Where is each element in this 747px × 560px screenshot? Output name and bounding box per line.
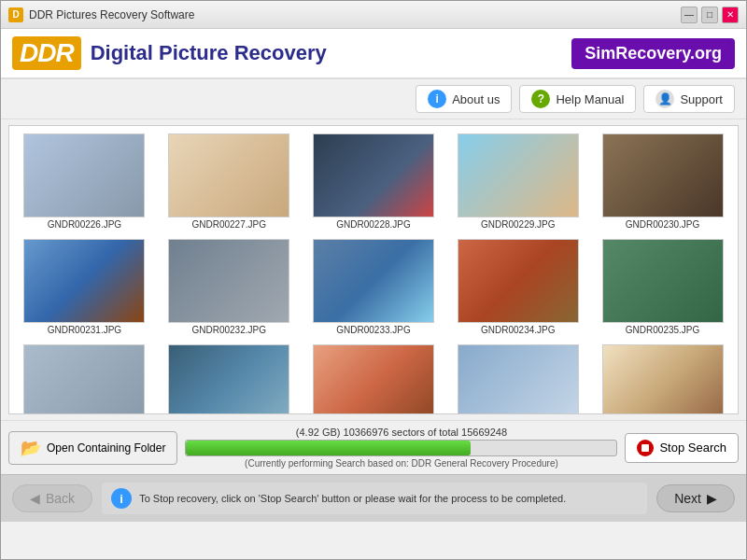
back-button[interactable]: ◀ Back <box>12 484 92 512</box>
about-us-button[interactable]: i About us <box>416 85 512 113</box>
folder-icon: 📂 <box>21 438 41 458</box>
image-thumbnail <box>458 133 579 217</box>
nav-bar: i About us ? Help Manual 👤 Support <box>1 79 746 119</box>
progress-text: (4.92 GB) 10366976 sectors of total 1566… <box>296 427 507 438</box>
next-label: Next <box>674 491 701 506</box>
image-thumbnail <box>458 239 579 323</box>
image-thumbnail <box>313 239 434 323</box>
info-icon: i <box>428 90 446 108</box>
image-label: GNDR00232.JPG <box>191 325 265 335</box>
stop-icon-inner <box>641 444 649 452</box>
image-item[interactable]: GNDR00230.JPG <box>591 130 734 233</box>
title-bar: D DDR Pictures Recovery Software — □ ✕ <box>1 1 746 29</box>
window-controls: — □ ✕ <box>681 7 739 23</box>
image-item[interactable]: GNDR00233.JPG <box>303 235 445 339</box>
maximize-button[interactable]: □ <box>701 7 718 23</box>
progress-bar-container <box>185 440 617 456</box>
footer-info-icon: i <box>111 488 132 509</box>
image-item[interactable]: GNDR00234.JPG <box>446 235 589 339</box>
help-manual-label: Help Manual <box>556 92 624 106</box>
image-label: GNDR00230.JPG <box>626 219 699 230</box>
progress-bar-fill <box>186 441 470 455</box>
image-thumbnail <box>458 344 579 414</box>
image-thumbnail <box>602 133 724 217</box>
image-item[interactable]: GNDR00231.JPG <box>13 235 156 339</box>
stop-search-button[interactable]: Stop Search <box>625 433 739 463</box>
image-thumbnail <box>168 133 289 217</box>
image-item[interactable]: GNDR00227.JPG <box>158 130 301 233</box>
image-item[interactable]: GNDR00239.JPG <box>446 341 589 414</box>
image-item[interactable]: GNDR00238.JPG <box>303 341 445 414</box>
footer-info-text: To Stop recovery, click on 'Stop Search'… <box>139 493 566 504</box>
image-item[interactable]: GNDR00240.JPG <box>591 341 734 414</box>
image-label: GNDR00226.JPG <box>48 219 121 230</box>
open-folder-label: Open Containing Folder <box>47 441 165 455</box>
app-header: DDR Digital Picture Recovery SimRecovery… <box>1 29 746 79</box>
back-label: Back <box>46 491 75 506</box>
image-thumbnail <box>23 344 145 414</box>
stop-icon <box>637 440 654 456</box>
image-grid: GNDR00226.JPGGNDR00227.JPGGNDR00228.JPGG… <box>9 126 738 414</box>
title-bar-left: D DDR Pictures Recovery Software <box>8 7 194 22</box>
about-us-label: About us <box>452 92 500 106</box>
image-thumbnail <box>168 344 289 414</box>
support-label: Support <box>680 92 723 106</box>
image-thumbnail <box>168 239 289 323</box>
image-item[interactable]: GNDR00229.JPG <box>446 130 589 233</box>
support-button[interactable]: 👤 Support <box>643 85 735 113</box>
image-grid-container: GNDR00226.JPGGNDR00227.JPGGNDR00228.JPGG… <box>8 125 739 414</box>
help-icon: ? <box>531 90 550 108</box>
help-manual-button[interactable]: ? Help Manual <box>519 85 636 113</box>
close-button[interactable]: ✕ <box>722 7 739 23</box>
image-item[interactable]: GNDR00235.JPG <box>591 235 734 339</box>
image-label: GNDR00229.JPG <box>481 219 555 230</box>
window-title: DDR Pictures Recovery Software <box>29 8 194 21</box>
stop-search-label: Stop Search <box>659 441 726 455</box>
app-icon: D <box>8 7 23 22</box>
image-thumbnail <box>313 344 434 414</box>
image-thumbnail <box>23 133 145 217</box>
image-thumbnail <box>23 239 145 323</box>
image-label: GNDR00231.JPG <box>48 325 121 335</box>
minimize-button[interactable]: — <box>681 7 698 23</box>
image-label: GNDR00234.JPG <box>481 325 555 335</box>
support-icon: 👤 <box>655 90 674 108</box>
back-arrow-icon: ◀ <box>30 491 40 506</box>
image-item[interactable]: GNDR00237.JPG <box>158 341 301 414</box>
progress-sub-text: (Currently performing Search based on: D… <box>245 458 558 469</box>
image-thumbnail <box>602 239 724 323</box>
image-label: GNDR00235.JPG <box>626 325 699 335</box>
logo-area: DDR Digital Picture Recovery <box>12 36 327 70</box>
progress-section: (4.92 GB) 10366976 sectors of total 1566… <box>185 427 617 469</box>
image-label: GNDR00228.JPG <box>336 219 410 230</box>
image-thumbnail <box>313 133 434 217</box>
app-title: Digital Picture Recovery <box>91 41 327 65</box>
open-folder-button[interactable]: 📂 Open Containing Folder <box>8 431 177 465</box>
image-item[interactable]: GNDR00232.JPG <box>158 235 301 339</box>
logo-ddr: DDR <box>12 36 81 70</box>
image-item[interactable]: GNDR00236.JPG <box>13 341 156 414</box>
image-item[interactable]: GNDR00228.JPG <box>303 130 445 233</box>
image-label: GNDR00227.JPG <box>191 219 265 230</box>
image-thumbnail <box>602 344 724 414</box>
simrecovery-badge: SimRecovery.org <box>571 38 735 69</box>
image-label: GNDR00233.JPG <box>336 325 410 335</box>
status-bar: 📂 Open Containing Folder (4.92 GB) 10366… <box>1 420 746 474</box>
next-button[interactable]: Next ▶ <box>656 484 735 512</box>
footer-info: i To Stop recovery, click on 'Stop Searc… <box>102 483 647 514</box>
image-item[interactable]: GNDR00226.JPG <box>13 130 156 233</box>
next-arrow-icon: ▶ <box>707 491 717 506</box>
nav-footer: ◀ Back i To Stop recovery, click on 'Sto… <box>1 474 746 522</box>
